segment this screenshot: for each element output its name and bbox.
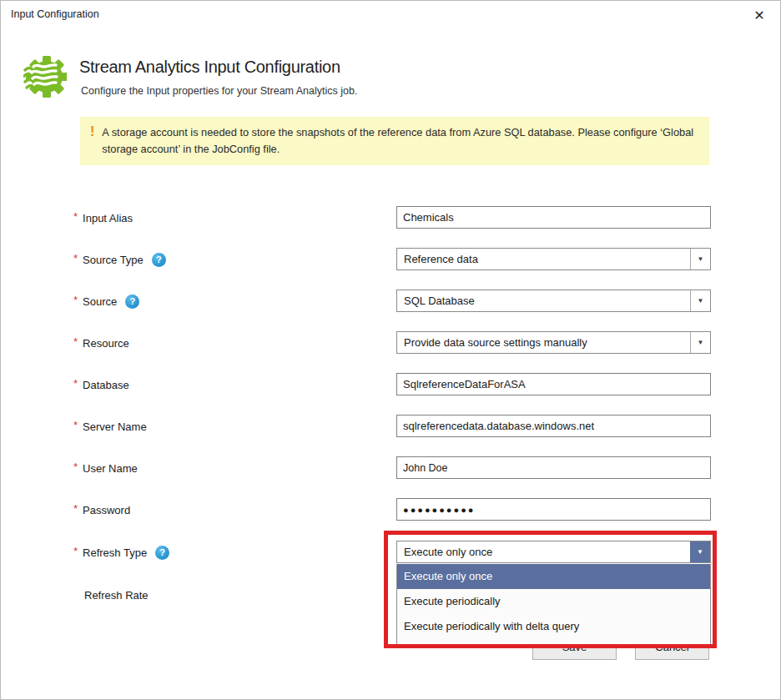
required-marker: * xyxy=(73,335,78,348)
required-marker: * xyxy=(73,545,78,557)
chevron-down-icon[interactable]: ▼ xyxy=(690,290,710,311)
storage-account-warning: ! A storage account is needed to store t… xyxy=(80,117,709,165)
label-database: * Database xyxy=(73,377,129,392)
chevron-down-icon[interactable]: ▼ xyxy=(690,541,710,562)
required-marker: * xyxy=(73,419,78,431)
input-alias-field[interactable] xyxy=(396,206,711,229)
option-execute-only-once[interactable]: Execute only once xyxy=(397,564,710,589)
required-marker: * xyxy=(73,377,78,390)
window-title: Input Configuration xyxy=(11,8,99,20)
option-execute-periodically-delta[interactable]: Execute periodically with delta query xyxy=(397,614,710,639)
source-type-dropdown[interactable]: Reference data ▼ xyxy=(396,248,711,270)
refresh-type-options-list: Execute only once Execute periodically E… xyxy=(396,564,711,645)
server-name-field[interactable] xyxy=(396,415,711,437)
required-marker: * xyxy=(73,294,78,306)
title-bar: Input Configuration ✕ xyxy=(1,1,780,31)
label-source-type: * Source Type ? xyxy=(73,252,166,267)
stream-analytics-logo-icon xyxy=(23,53,67,101)
chevron-down-icon[interactable]: ▼ xyxy=(690,249,710,269)
refresh-type-dropdown[interactable]: Execute only once ▼ xyxy=(396,541,711,563)
password-field[interactable] xyxy=(396,498,711,521)
source-dropdown[interactable]: SQL Database ▼ xyxy=(396,290,711,312)
label-user-name: * User Name xyxy=(73,461,138,476)
required-marker: * xyxy=(73,252,78,264)
help-icon[interactable]: ? xyxy=(125,295,139,309)
label-server-name: * Server Name xyxy=(73,419,147,434)
page-subtitle: Configure the Input properties for your … xyxy=(81,85,357,97)
database-field[interactable] xyxy=(396,373,711,395)
help-icon[interactable]: ? xyxy=(152,253,166,267)
required-marker: * xyxy=(73,502,78,515)
required-marker: * xyxy=(73,461,78,473)
label-password: * Password xyxy=(73,502,130,517)
close-icon[interactable]: ✕ xyxy=(748,5,770,27)
user-name-field[interactable] xyxy=(396,456,711,479)
option-execute-periodically[interactable]: Execute periodically xyxy=(397,589,710,614)
help-icon[interactable]: ? xyxy=(155,546,169,560)
label-refresh-rate: Refresh Rate xyxy=(73,587,149,602)
label-input-alias: * Input Alias xyxy=(73,210,133,225)
chevron-down-icon[interactable]: ▼ xyxy=(690,332,710,353)
warning-text: A storage account is needed to store the… xyxy=(102,124,694,158)
required-marker: * xyxy=(73,210,78,223)
input-configuration-dialog: Input Configuration ✕ xyxy=(0,0,781,700)
resource-dropdown[interactable]: Provide data source settings manually ▼ xyxy=(396,331,711,354)
label-source: * Source ? xyxy=(73,294,139,309)
warning-icon: ! xyxy=(90,124,94,158)
page-title: Stream Analytics Input Configuration xyxy=(79,58,340,77)
label-resource: * Resource xyxy=(73,335,129,350)
label-refresh-type: * Refresh Type ? xyxy=(73,545,169,560)
